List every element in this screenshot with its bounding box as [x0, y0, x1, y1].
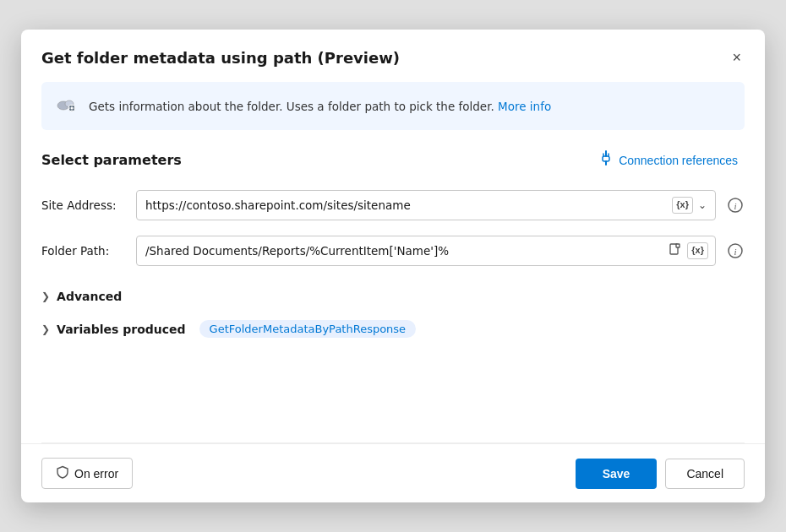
close-button[interactable]: ×: [729, 46, 745, 68]
section-title: Select parameters: [41, 152, 182, 168]
advanced-section[interactable]: ❯ Advanced: [41, 281, 745, 312]
save-button[interactable]: Save: [576, 459, 658, 489]
folder-path-input-wrapper: /Shared Documents/Reports/%CurrentItem['…: [136, 236, 716, 266]
cancel-button[interactable]: Cancel: [665, 459, 745, 489]
folder-path-value: /Shared Documents/Reports/%CurrentItem['…: [145, 244, 662, 258]
site-address-input-wrapper: https://contoso.sharepoint.com/sites/sit…: [136, 190, 716, 220]
site-address-actions: {x} ⌄: [672, 197, 708, 213]
section-header-row: Select parameters Connection references: [41, 147, 745, 173]
folder-path-info-btn[interactable]: i: [726, 242, 745, 260]
connection-references-button[interactable]: Connection references: [592, 147, 745, 173]
dialog-header: Get folder metadata using path (Preview)…: [21, 30, 765, 82]
on-error-label: On error: [74, 467, 118, 480]
site-address-info-btn[interactable]: i: [726, 196, 745, 214]
info-cloud-icon: [55, 94, 79, 118]
folder-path-file-btn[interactable]: [667, 242, 684, 261]
dialog-content: Select parameters Connection references: [21, 130, 765, 442]
svg-rect-6: [71, 106, 72, 106]
advanced-chevron-icon: ❯: [41, 290, 50, 302]
plug-icon: [598, 150, 614, 170]
info-banner-text: Gets information about the folder. Uses …: [89, 100, 551, 113]
more-info-link[interactable]: More info: [498, 100, 551, 113]
site-address-label: Site Address:: [41, 198, 126, 212]
advanced-label: Advanced: [57, 290, 122, 303]
variables-chevron-icon: ❯: [41, 323, 50, 335]
folder-path-variable-btn[interactable]: {x}: [687, 242, 708, 258]
folder-path-actions: {x}: [667, 242, 708, 261]
info-banner: Gets information about the folder. Uses …: [41, 82, 745, 130]
folder-path-label: Folder Path:: [41, 244, 126, 258]
folder-path-row: Folder Path: /Shared Documents/Reports/%…: [41, 236, 745, 266]
dialog-footer: On error Save Cancel: [21, 443, 765, 502]
svg-text:i: i: [734, 201, 736, 211]
svg-rect-7: [71, 110, 72, 111]
svg-point-5: [71, 107, 74, 110]
on-error-button[interactable]: On error: [41, 458, 133, 489]
dialog-title: Get folder metadata using path (Preview): [41, 49, 400, 67]
connection-references-label: Connection references: [619, 154, 738, 167]
svg-rect-18: [676, 244, 680, 247]
svg-text:i: i: [734, 247, 736, 257]
variables-badge: GetFolderMetadataByPathResponse: [199, 320, 417, 338]
svg-rect-9: [74, 107, 74, 108]
site-address-row: Site Address: https://contoso.sharepoint…: [41, 190, 745, 220]
shield-icon: [56, 465, 69, 481]
variables-produced-section[interactable]: ❯ Variables produced GetFolderMetadataBy…: [41, 312, 745, 346]
site-address-chevron-btn[interactable]: ⌄: [696, 198, 708, 213]
footer-right: Save Cancel: [576, 459, 745, 489]
variables-produced-label: Variables produced: [57, 323, 186, 336]
site-address-variable-btn[interactable]: {x}: [672, 197, 693, 213]
svg-rect-8: [69, 107, 70, 108]
site-address-value: https://contoso.sharepoint.com/sites/sit…: [145, 198, 667, 212]
dialog: Get folder metadata using path (Preview)…: [21, 30, 765, 502]
